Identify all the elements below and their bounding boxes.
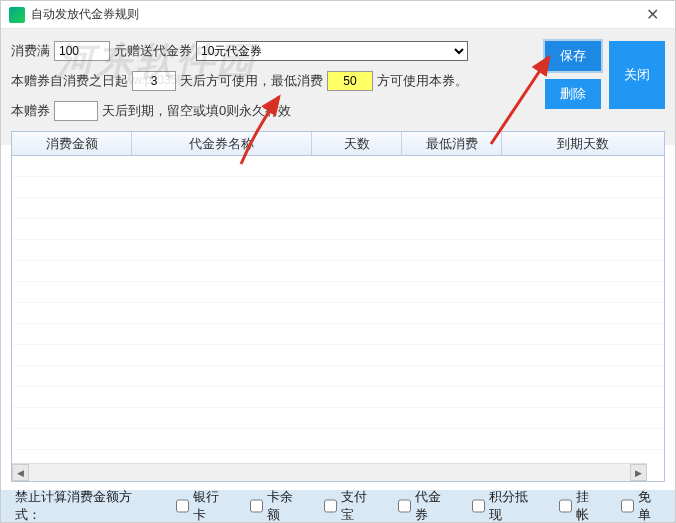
- title-bar: 自动发放代金券规则 ✕: [1, 1, 675, 29]
- voucher-select[interactable]: 10元代金券: [196, 41, 468, 61]
- window-close-button[interactable]: ✕: [638, 3, 667, 26]
- form-area: 消费满 元赠送代金券 10元代金券 本赠券自消费之日起 天后方可使用，最低消费 …: [1, 29, 675, 145]
- label-expire-prefix: 本赠券: [11, 102, 50, 120]
- col-min-spend[interactable]: 最低消费: [402, 132, 502, 155]
- col-spend-amount[interactable]: 消费金额: [12, 132, 132, 155]
- save-button[interactable]: 保存: [545, 41, 601, 71]
- close-button[interactable]: 关闭: [609, 41, 665, 109]
- checkbox-credit[interactable]: 挂帐: [559, 488, 599, 523]
- checkbox-bankcard[interactable]: 银行卡: [176, 488, 228, 523]
- window-title: 自动发放代金券规则: [31, 6, 638, 23]
- days-after-input[interactable]: [132, 71, 176, 91]
- horizontal-scrollbar[interactable]: ◀ ▶: [12, 463, 647, 481]
- app-icon: [9, 7, 25, 23]
- table-body[interactable]: [12, 156, 664, 463]
- checkbox-voucher[interactable]: 代金券: [398, 488, 450, 523]
- spend-amount-input[interactable]: [54, 41, 110, 61]
- label-days-mid: 天后方可使用，最低消费: [180, 72, 323, 90]
- label-spend-prefix: 消费满: [11, 42, 50, 60]
- checkbox-alipay[interactable]: 支付宝: [324, 488, 376, 523]
- label-days-prefix: 本赠券自消费之日起: [11, 72, 128, 90]
- delete-button[interactable]: 删除: [545, 79, 601, 109]
- col-days[interactable]: 天数: [312, 132, 402, 155]
- rules-table: 消费金额 代金券名称 天数 最低消费 到期天数 ◀ ▶: [11, 131, 665, 482]
- footer-bar: 禁止计算消费金额方式： 银行卡 卡余额 支付宝 代金券 积分抵现 挂帐 免单: [1, 490, 675, 522]
- scroll-right-icon[interactable]: ▶: [630, 464, 647, 481]
- label-spend-mid: 元赠送代金券: [114, 42, 192, 60]
- min-spend-input[interactable]: [327, 71, 373, 91]
- col-voucher-name[interactable]: 代金券名称: [132, 132, 312, 155]
- scroll-left-icon[interactable]: ◀: [12, 464, 29, 481]
- label-expire-suffix: 天后到期，留空或填0则永久有效: [102, 102, 291, 120]
- checkbox-free[interactable]: 免单: [621, 488, 661, 523]
- col-expire-days[interactable]: 到期天数: [502, 132, 664, 155]
- expire-days-input[interactable]: [54, 101, 98, 121]
- label-days-suffix: 方可使用本券。: [377, 72, 468, 90]
- checkbox-card-balance[interactable]: 卡余额: [250, 488, 302, 523]
- table-header: 消费金额 代金券名称 天数 最低消费 到期天数: [12, 132, 664, 156]
- footer-label: 禁止计算消费金额方式：: [15, 488, 146, 523]
- checkbox-points[interactable]: 积分抵现: [472, 488, 536, 523]
